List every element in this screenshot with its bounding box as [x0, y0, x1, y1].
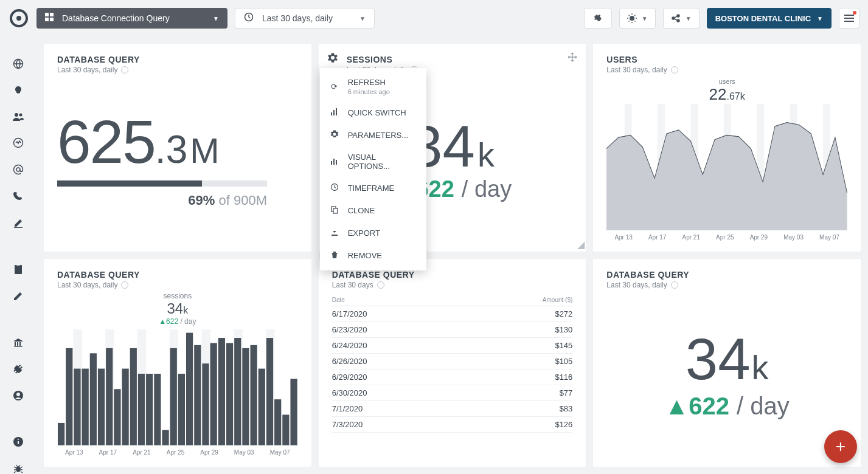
- menu-export[interactable]: EXPORT: [320, 222, 426, 244]
- dashboard-grid: DATABASE QUERY Last 30 days, daily 625 .…: [36, 36, 868, 474]
- sidebar-activity[interactable]: [0, 137, 36, 148]
- menu-visual-options[interactable]: VISUAL OPTIONS...: [320, 146, 426, 177]
- menu-parameters[interactable]: PARAMETERS...: [320, 124, 426, 146]
- card-title: DATABASE QUERY: [57, 55, 298, 64]
- card-db-query-2: DATABASE QUERY Last 30 days, daily sessi…: [44, 259, 311, 467]
- card-context-menu: ⟳ REFRESH6 minutes ago QUICK SWITCH PARA…: [320, 68, 426, 270]
- sidebar-account[interactable]: [0, 390, 36, 401]
- svg-point-9: [677, 15, 679, 17]
- svg-rect-67: [210, 343, 217, 445]
- chart-icon: [330, 157, 339, 167]
- svg-rect-59: [146, 374, 153, 445]
- svg-rect-16: [15, 265, 22, 274]
- client-selector[interactable]: BOSTON DENTAL CLINIC ▼: [707, 8, 832, 29]
- resize-icon[interactable]: ◢: [577, 239, 585, 250]
- sidebar-clipboard[interactable]: [0, 264, 36, 275]
- svg-rect-76: [282, 414, 289, 445]
- svg-rect-54: [106, 348, 113, 445]
- svg-rect-63: [178, 374, 185, 445]
- theme-button[interactable]: ▼: [619, 8, 656, 29]
- card-title: SESSIONS: [347, 55, 573, 64]
- svg-rect-62: [170, 348, 177, 445]
- menu-quick-switch[interactable]: QUICK SWITCH: [320, 101, 426, 124]
- hamburger-menu[interactable]: [839, 8, 859, 29]
- svg-rect-56: [122, 369, 128, 445]
- svg-rect-3: [50, 13, 54, 16]
- table-row: 6/29/2020$116: [332, 369, 573, 385]
- topbar: Database Connection Query ▼ Last 30 days…: [0, 0, 868, 36]
- svg-rect-69: [226, 343, 233, 445]
- sidebar-edit[interactable]: [0, 218, 36, 228]
- card-sub: Last 30 days: [332, 281, 573, 289]
- progress-bar: [57, 180, 267, 187]
- svg-point-27: [333, 133, 336, 136]
- svg-rect-5: [50, 18, 54, 21]
- chevron-down-icon: ▼: [686, 15, 692, 22]
- svg-rect-65: [194, 345, 201, 445]
- menu-timeframe[interactable]: TIMEFRAME: [320, 177, 426, 199]
- sidebar-globe[interactable]: [0, 58, 36, 69]
- card-db-query-table: DATABASE QUERY Last 30 days DateAmount (…: [319, 259, 586, 467]
- svg-rect-24: [331, 112, 332, 115]
- chart-icon: [330, 108, 339, 118]
- table-row: 6/24/2020$145: [332, 338, 573, 354]
- info-icon: [121, 66, 128, 74]
- chevron-down-icon: ▼: [817, 15, 823, 22]
- area-chart: Apr 13Apr 17Apr 21Apr 25Apr 29May 03May …: [606, 104, 847, 241]
- card-sub: Last 30 days, daily: [606, 66, 847, 74]
- share-button[interactable]: ▼: [663, 8, 700, 29]
- svg-rect-55: [114, 389, 120, 445]
- menu-remove[interactable]: REMOVE: [320, 244, 426, 267]
- svg-rect-74: [266, 338, 273, 445]
- svg-point-10: [677, 19, 679, 22]
- table-row: 6/26/2020$105: [332, 354, 573, 369]
- sidebar-bug[interactable]: [0, 463, 36, 474]
- svg-rect-17: [16, 264, 20, 266]
- card-users: USERS Last 30 days, daily users 22.67k A…: [593, 44, 861, 252]
- table-row: 6/23/2020$130: [332, 322, 573, 338]
- svg-rect-57: [130, 348, 137, 445]
- svg-rect-61: [162, 430, 168, 445]
- dashboard-selector[interactable]: Database Connection Query ▼: [36, 8, 227, 29]
- plus-icon: +: [836, 437, 845, 456]
- sidebar-info[interactable]: [0, 436, 36, 447]
- sidebar-people[interactable]: [0, 112, 36, 122]
- chevron-down-icon: ▼: [359, 15, 366, 22]
- svg-rect-2: [45, 13, 49, 16]
- timeframe-selector[interactable]: Last 30 days, daily ▼: [235, 8, 375, 29]
- chevron-down-icon: ▼: [213, 15, 219, 22]
- sidebar-plug[interactable]: [0, 363, 36, 374]
- svg-rect-77: [290, 379, 297, 445]
- svg-rect-75: [274, 399, 281, 445]
- gear-icon: [330, 130, 339, 140]
- sidebar-at[interactable]: [0, 164, 36, 175]
- svg-point-1: [16, 16, 21, 21]
- x-axis: Apr 13Apr 17Apr 21Apr 25Apr 29May 03May …: [57, 449, 298, 456]
- card-sub: Last 30 days, daily: [606, 281, 847, 289]
- move-icon[interactable]: [568, 52, 577, 64]
- svg-rect-73: [259, 369, 265, 445]
- svg-rect-72: [251, 345, 257, 445]
- card-sub: Last 30 days, daily: [57, 281, 298, 289]
- table-body: 6/17/2020$2726/23/2020$1306/24/2020$1456…: [332, 306, 573, 433]
- clock-icon: [330, 183, 339, 193]
- sidebar-pencil[interactable]: [0, 290, 36, 301]
- gear-icon[interactable]: [327, 52, 338, 66]
- table-row: 6/30/2020$77: [332, 385, 573, 401]
- notification-dot: [853, 11, 856, 15]
- sidebar-bank[interactable]: [0, 337, 36, 348]
- info-icon: [671, 281, 678, 289]
- x-axis: Apr 13Apr 17Apr 21Apr 25Apr 29May 03May …: [606, 234, 847, 241]
- menu-clone[interactable]: CLONE: [320, 199, 426, 222]
- info-icon: [377, 281, 384, 289]
- card-db-query-1: DATABASE QUERY Last 30 days, daily 625 .…: [44, 44, 311, 252]
- add-button[interactable]: +: [824, 430, 857, 463]
- svg-point-12: [15, 113, 18, 117]
- svg-rect-25: [333, 110, 335, 115]
- card-title: USERS: [606, 55, 847, 64]
- menu-refresh[interactable]: ⟳ REFRESH6 minutes ago: [320, 72, 426, 101]
- sidebar-bulb[interactable]: [0, 85, 36, 96]
- sidebar-phone[interactable]: [0, 191, 36, 202]
- plugin-button[interactable]: [584, 8, 612, 29]
- info-icon: [671, 66, 678, 74]
